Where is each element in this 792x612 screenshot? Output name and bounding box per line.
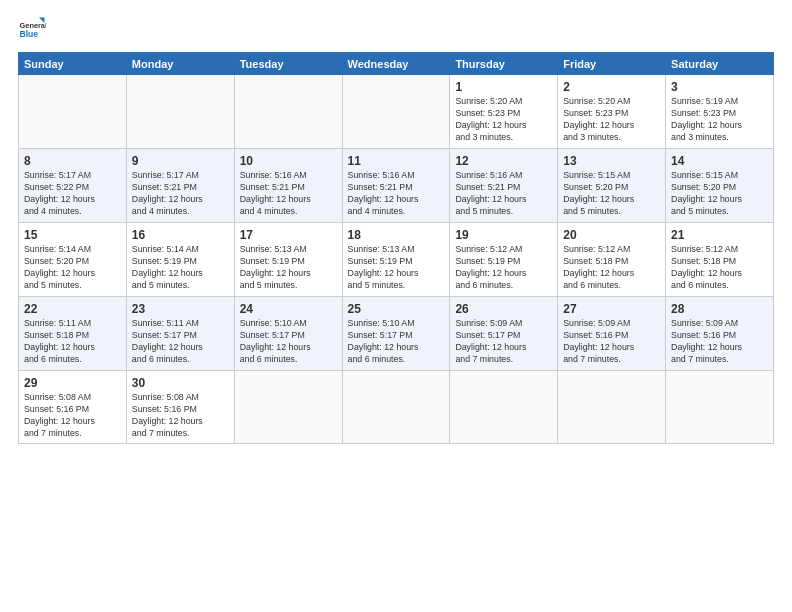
calendar-cell: 27Sunrise: 5:09 AMSunset: 5:16 PMDayligh… — [558, 297, 666, 371]
day-info: Sunrise: 5:09 AMSunset: 5:16 PMDaylight:… — [563, 318, 660, 366]
day-info: Sunrise: 5:10 AMSunset: 5:17 PMDaylight:… — [348, 318, 445, 366]
day-number: 28 — [671, 301, 768, 317]
calendar-cell — [126, 75, 234, 149]
calendar-cell — [234, 371, 342, 444]
day-number: 27 — [563, 301, 660, 317]
day-info: Sunrise: 5:20 AMSunset: 5:23 PMDaylight:… — [455, 96, 552, 144]
calendar-cell: 19Sunrise: 5:12 AMSunset: 5:19 PMDayligh… — [450, 223, 558, 297]
calendar-cell: 25Sunrise: 5:10 AMSunset: 5:17 PMDayligh… — [342, 297, 450, 371]
calendar-cell — [450, 371, 558, 444]
calendar-cell: 30Sunrise: 5:08 AMSunset: 5:16 PMDayligh… — [126, 371, 234, 444]
day-info: Sunrise: 5:08 AMSunset: 5:16 PMDaylight:… — [132, 392, 229, 440]
calendar-cell: 2Sunrise: 5:20 AMSunset: 5:23 PMDaylight… — [558, 75, 666, 149]
calendar-cell — [19, 75, 127, 149]
calendar-body: 1Sunrise: 5:20 AMSunset: 5:23 PMDaylight… — [19, 75, 774, 444]
day-number: 30 — [132, 375, 229, 391]
calendar-cell: 3Sunrise: 5:19 AMSunset: 5:23 PMDaylight… — [666, 75, 774, 149]
day-number: 8 — [24, 153, 121, 169]
day-number: 24 — [240, 301, 337, 317]
day-info: Sunrise: 5:11 AMSunset: 5:17 PMDaylight:… — [132, 318, 229, 366]
day-number: 13 — [563, 153, 660, 169]
calendar-cell: 17Sunrise: 5:13 AMSunset: 5:19 PMDayligh… — [234, 223, 342, 297]
day-info: Sunrise: 5:10 AMSunset: 5:17 PMDaylight:… — [240, 318, 337, 366]
calendar-cell — [342, 75, 450, 149]
calendar-cell — [342, 371, 450, 444]
day-number: 10 — [240, 153, 337, 169]
calendar-cell: 24Sunrise: 5:10 AMSunset: 5:17 PMDayligh… — [234, 297, 342, 371]
calendar-week-row: 22Sunrise: 5:11 AMSunset: 5:18 PMDayligh… — [19, 297, 774, 371]
day-info: Sunrise: 5:12 AMSunset: 5:18 PMDaylight:… — [563, 244, 660, 292]
header-friday: Friday — [558, 53, 666, 75]
day-number: 19 — [455, 227, 552, 243]
page-header: General Blue — [18, 16, 774, 44]
calendar-cell: 29Sunrise: 5:08 AMSunset: 5:16 PMDayligh… — [19, 371, 127, 444]
calendar-cell: 21Sunrise: 5:12 AMSunset: 5:18 PMDayligh… — [666, 223, 774, 297]
calendar-cell: 12Sunrise: 5:16 AMSunset: 5:21 PMDayligh… — [450, 149, 558, 223]
calendar-cell: 28Sunrise: 5:09 AMSunset: 5:16 PMDayligh… — [666, 297, 774, 371]
day-info: Sunrise: 5:12 AMSunset: 5:19 PMDaylight:… — [455, 244, 552, 292]
day-number: 21 — [671, 227, 768, 243]
day-number: 29 — [24, 375, 121, 391]
day-number: 11 — [348, 153, 445, 169]
day-info: Sunrise: 5:17 AMSunset: 5:22 PMDaylight:… — [24, 170, 121, 218]
calendar-cell: 20Sunrise: 5:12 AMSunset: 5:18 PMDayligh… — [558, 223, 666, 297]
calendar-cell: 1Sunrise: 5:20 AMSunset: 5:23 PMDaylight… — [450, 75, 558, 149]
header-sunday: Sunday — [19, 53, 127, 75]
calendar-cell: 22Sunrise: 5:11 AMSunset: 5:18 PMDayligh… — [19, 297, 127, 371]
day-number: 14 — [671, 153, 768, 169]
day-info: Sunrise: 5:14 AMSunset: 5:20 PMDaylight:… — [24, 244, 121, 292]
day-number: 3 — [671, 79, 768, 95]
day-info: Sunrise: 5:08 AMSunset: 5:16 PMDaylight:… — [24, 392, 121, 440]
day-info: Sunrise: 5:16 AMSunset: 5:21 PMDaylight:… — [240, 170, 337, 218]
day-info: Sunrise: 5:20 AMSunset: 5:23 PMDaylight:… — [563, 96, 660, 144]
calendar-cell: 11Sunrise: 5:16 AMSunset: 5:21 PMDayligh… — [342, 149, 450, 223]
calendar-cell — [666, 371, 774, 444]
logo-icon: General Blue — [18, 16, 46, 44]
calendar-cell: 13Sunrise: 5:15 AMSunset: 5:20 PMDayligh… — [558, 149, 666, 223]
calendar-week-row: 29Sunrise: 5:08 AMSunset: 5:16 PMDayligh… — [19, 371, 774, 444]
day-info: Sunrise: 5:13 AMSunset: 5:19 PMDaylight:… — [240, 244, 337, 292]
header-saturday: Saturday — [666, 53, 774, 75]
header-monday: Monday — [126, 53, 234, 75]
calendar-cell: 23Sunrise: 5:11 AMSunset: 5:17 PMDayligh… — [126, 297, 234, 371]
day-info: Sunrise: 5:09 AMSunset: 5:16 PMDaylight:… — [671, 318, 768, 366]
day-number: 15 — [24, 227, 121, 243]
header-thursday: Thursday — [450, 53, 558, 75]
day-number: 23 — [132, 301, 229, 317]
day-info: Sunrise: 5:17 AMSunset: 5:21 PMDaylight:… — [132, 170, 229, 218]
day-number: 18 — [348, 227, 445, 243]
day-info: Sunrise: 5:16 AMSunset: 5:21 PMDaylight:… — [455, 170, 552, 218]
day-number: 26 — [455, 301, 552, 317]
day-number: 20 — [563, 227, 660, 243]
calendar-cell — [558, 371, 666, 444]
day-number: 12 — [455, 153, 552, 169]
day-number: 16 — [132, 227, 229, 243]
day-info: Sunrise: 5:12 AMSunset: 5:18 PMDaylight:… — [671, 244, 768, 292]
calendar-week-row: 1Sunrise: 5:20 AMSunset: 5:23 PMDaylight… — [19, 75, 774, 149]
calendar-cell: 10Sunrise: 5:16 AMSunset: 5:21 PMDayligh… — [234, 149, 342, 223]
day-info: Sunrise: 5:13 AMSunset: 5:19 PMDaylight:… — [348, 244, 445, 292]
header-wednesday: Wednesday — [342, 53, 450, 75]
calendar-cell — [234, 75, 342, 149]
calendar-week-row: 8Sunrise: 5:17 AMSunset: 5:22 PMDaylight… — [19, 149, 774, 223]
day-info: Sunrise: 5:11 AMSunset: 5:18 PMDaylight:… — [24, 318, 121, 366]
calendar-cell: 9Sunrise: 5:17 AMSunset: 5:21 PMDaylight… — [126, 149, 234, 223]
day-info: Sunrise: 5:15 AMSunset: 5:20 PMDaylight:… — [671, 170, 768, 218]
calendar-table: SundayMondayTuesdayWednesdayThursdayFrid… — [18, 52, 774, 444]
calendar-cell: 8Sunrise: 5:17 AMSunset: 5:22 PMDaylight… — [19, 149, 127, 223]
calendar-cell: 14Sunrise: 5:15 AMSunset: 5:20 PMDayligh… — [666, 149, 774, 223]
calendar-cell: 15Sunrise: 5:14 AMSunset: 5:20 PMDayligh… — [19, 223, 127, 297]
calendar-cell: 18Sunrise: 5:13 AMSunset: 5:19 PMDayligh… — [342, 223, 450, 297]
day-number: 1 — [455, 79, 552, 95]
day-info: Sunrise: 5:15 AMSunset: 5:20 PMDaylight:… — [563, 170, 660, 218]
header-tuesday: Tuesday — [234, 53, 342, 75]
day-number: 22 — [24, 301, 121, 317]
calendar-week-row: 15Sunrise: 5:14 AMSunset: 5:20 PMDayligh… — [19, 223, 774, 297]
calendar-cell: 16Sunrise: 5:14 AMSunset: 5:19 PMDayligh… — [126, 223, 234, 297]
day-info: Sunrise: 5:14 AMSunset: 5:19 PMDaylight:… — [132, 244, 229, 292]
calendar-cell: 26Sunrise: 5:09 AMSunset: 5:17 PMDayligh… — [450, 297, 558, 371]
day-number: 9 — [132, 153, 229, 169]
day-info: Sunrise: 5:16 AMSunset: 5:21 PMDaylight:… — [348, 170, 445, 218]
logo: General Blue — [18, 16, 46, 44]
svg-text:Blue: Blue — [20, 29, 39, 39]
